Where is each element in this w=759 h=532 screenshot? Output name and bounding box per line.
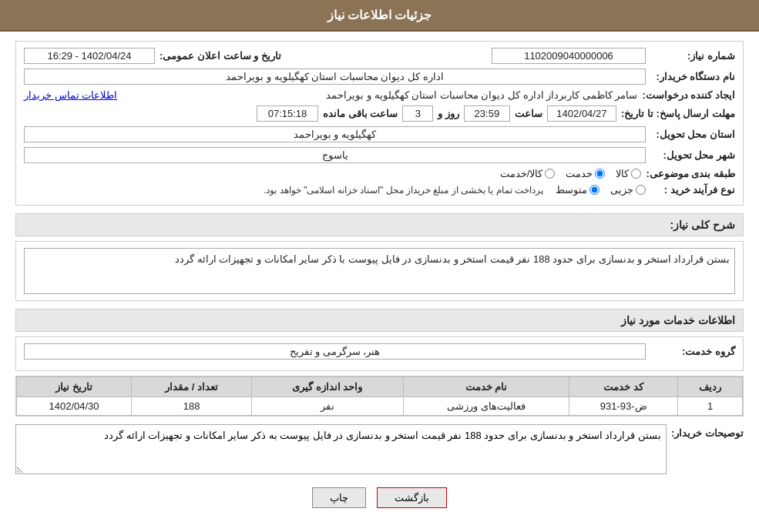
category-radio-group: کالا خدمت کالا/خدمت	[500, 168, 642, 179]
back-button[interactable]: بازگشت	[377, 487, 447, 508]
category-option-kala[interactable]: کالا	[616, 168, 641, 179]
process-option-jozii[interactable]: جزیی	[610, 184, 646, 196]
buyer-org-label: نام دستگاه خریدار:	[650, 71, 735, 82]
col-header-name: نام خدمت	[403, 377, 569, 397]
category-option-khadamat[interactable]: خدمت	[566, 168, 605, 179]
deadline-date: 1402/04/27	[547, 105, 616, 122]
province-value: کهگیلویه و بویراحمد	[24, 126, 646, 142]
deadline-days-label: روز و	[438, 108, 459, 119]
process-option-motawaset[interactable]: متوسط	[556, 184, 599, 196]
need-number-value: 1102009040000006	[492, 48, 646, 64]
creator-label: ایجاد کننده درخواست:	[642, 89, 735, 101]
deadline-time: 23:59	[464, 105, 510, 122]
deadline-days: 3	[402, 105, 433, 122]
deadline-label: مهلت ارسال پاسخ: تا تاریخ:	[621, 108, 735, 119]
deadline-remaining: 07:15:18	[257, 105, 318, 122]
city-label: شهر محل تحویل:	[650, 149, 735, 161]
buyer-desc-label: توصیحات خریدار:	[671, 424, 744, 439]
button-row: بازگشت چاپ	[15, 487, 744, 508]
process-label: نوع فرآیند خرید :	[650, 184, 735, 196]
page-header: جزئیات اطلاعات نیاز	[0, 0, 759, 32]
services-table: ردیف کد خدمت نام خدمت واحد اندازه گیری ت…	[15, 376, 744, 417]
buyer-org-value: اداره کل دیوان محاسبات استان کهگیلویه و …	[24, 69, 646, 85]
deadline-remaining-label: ساعت باقی مانده	[323, 108, 398, 119]
col-header-row: ردیف	[678, 377, 743, 397]
buyer-desc-section: توصیحات خریدار:	[15, 424, 744, 477]
description-section-title: شرح کلی نیاز:	[15, 213, 744, 236]
deadline-time-label: ساعت	[515, 108, 542, 119]
process-radio-group: جزیی متوسط	[556, 184, 646, 196]
category-option-kala-khadamat[interactable]: کالا/خدمت	[500, 168, 556, 179]
category-label: طبقه بندی موضوعی:	[646, 168, 735, 179]
process-note: پرداخت تمام یا بخشی از مبلغ خریداز محل "…	[264, 185, 543, 196]
description-value: بستن قرارداد استخر و بدنسازی برای حدود 1…	[24, 248, 735, 294]
table-row: 1ض-93-931فعالیت‌های ورزشینفر1881402/04/3…	[17, 397, 743, 416]
col-header-unit: واحد اندازه گیری	[252, 377, 404, 397]
services-section-title: اطلاعات خدمات مورد نیاز	[15, 309, 744, 332]
page-title: جزئیات اطلاعات نیاز	[327, 8, 432, 22]
print-button[interactable]: چاپ	[312, 487, 366, 508]
date-value: 1402/04/24 - 16:29	[24, 48, 155, 64]
service-group-value: هنر، سرگرمی و تفریح	[24, 343, 646, 360]
date-label: تاریخ و ساعت اعلان عمومی:	[160, 50, 281, 62]
service-group-label: گروه خدمت:	[650, 346, 735, 357]
col-header-qty: تعداد / مقدار	[132, 377, 252, 397]
province-label: استان محل تحویل:	[650, 129, 735, 140]
need-number-label: شماره نیاز:	[650, 50, 735, 62]
contact-link[interactable]: اطلاعات تماس خریدار	[24, 89, 117, 101]
col-header-date: تاریخ نیاز	[17, 377, 132, 397]
city-value: یاسوج	[24, 147, 646, 163]
buyer-desc-textarea[interactable]	[15, 424, 667, 474]
col-header-code: کد خدمت	[569, 377, 678, 397]
creator-name: سامر کاظمی کاربرداز اداره کل دیوان محاسب…	[128, 89, 637, 101]
